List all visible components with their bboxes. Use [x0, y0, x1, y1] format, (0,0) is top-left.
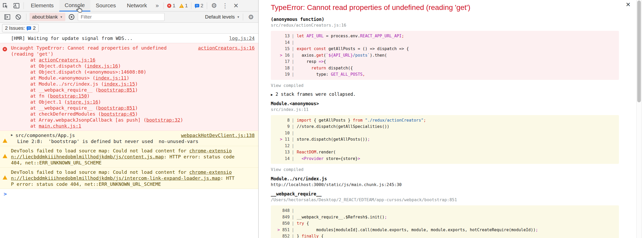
console-prompt[interactable]: >	[0, 189, 258, 199]
stack-frame-function: Module.<anonymous>	[271, 101, 619, 106]
issues-bubble-icon	[27, 26, 31, 30]
stack-frame-line: at fn (bootstrap:150)	[11, 93, 255, 99]
divider	[26, 14, 26, 20]
code-line: 13|ReactDOM.render(	[271, 149, 619, 156]
stack-source-link[interactable]: index.js:15	[104, 81, 135, 87]
stack-frame-location: src/redux/actionCreators.js:16	[271, 23, 619, 28]
line-number: 14	[271, 156, 290, 162]
stack-source-link[interactable]: bootstrap:45	[101, 111, 135, 117]
source-link[interactable]: log.js:24	[223, 35, 255, 41]
tab-console[interactable]: Console	[59, 0, 90, 11]
stack-source-link[interactable]: main.chunk.js:1	[39, 123, 81, 129]
issues-count-badge[interactable]: 2	[193, 3, 205, 9]
create-live-expression-icon[interactable]	[67, 12, 76, 22]
react-error-overlay: TypeError: Cannot read properties of und…	[259, 0, 644, 238]
error-icon: ✕	[3, 47, 7, 51]
stack-frame-line: at Module../src/index.js (index.js:15)	[11, 81, 255, 87]
stack-frame-function: __webpack_require__	[271, 191, 619, 197]
settings-gear-icon[interactable]: ⚙	[209, 0, 220, 11]
close-devtools-icon[interactable]: ✕	[231, 0, 242, 11]
chevron-down-icon: ▼	[237, 15, 240, 19]
stack-frame-function: Module../src/index.js	[271, 176, 619, 181]
console-messages: [HMR] Waiting for update signal from WDS…	[0, 34, 258, 199]
console-settings-gear-icon[interactable]: ⚙	[246, 12, 256, 22]
warning-count-badge[interactable]: 1	[177, 3, 190, 9]
code-line: 8|import { getAllPosts } from "./redux/a…	[271, 117, 619, 124]
code-line: 15|export const getAllPosts = () => disp…	[271, 46, 619, 52]
code-snippet: 13|let API_URL = process.env.REACT_APP_U…	[271, 31, 619, 80]
stack-frame-location: src/index.js:11	[271, 107, 619, 112]
line-number: 18	[271, 65, 290, 72]
collapsed-frames-note[interactable]: ▶ 2 stack frames were collapsed.	[271, 92, 619, 97]
clear-console-icon[interactable]	[14, 12, 23, 22]
code-line: 848|	[271, 207, 619, 214]
warning-source-link[interactable]: webpackHotDevClient.js:138	[175, 132, 255, 138]
warning-icon	[3, 148, 7, 158]
expand-triangle-icon[interactable]: ▶	[11, 132, 13, 138]
line-number: 13	[271, 33, 290, 39]
stack-source-link[interactable]: actionCreators.js:16	[39, 57, 96, 63]
javascript-context-selector[interactable]: about:blank ▼	[30, 13, 65, 21]
line-number: 9	[271, 123, 290, 130]
divider	[163, 2, 164, 9]
issues-button[interactable]: 2 Issues: 2	[2, 24, 39, 32]
kebab-menu-icon[interactable]: ⋮	[220, 0, 231, 11]
code-line: 852|} finally {	[271, 233, 619, 238]
stack-source-link[interactable]: index.js:16	[87, 63, 118, 69]
more-tabs-button[interactable]: »	[153, 2, 162, 9]
log-message: [HMR] Waiting for update signal from WDS…	[11, 35, 133, 41]
stack-frame-line: at Object.dispatch (<anonymous>:14608:80…	[11, 69, 255, 75]
line-number: > 851	[271, 227, 290, 233]
warning-icon	[3, 133, 7, 143]
code-snippet: 8|import { getAllPosts } from "./redux/a…	[271, 115, 619, 164]
sourcemap-warning-text: DevTools failed to load source map: Coul…	[11, 169, 235, 187]
code-line: 18| return dispatch({	[271, 65, 619, 72]
error-icon: ✕	[167, 4, 171, 8]
issues-count: 2	[33, 25, 36, 31]
overlay-close-icon[interactable]: ×	[626, 1, 630, 8]
stack-frame-line: at main.chunk.js:1	[11, 123, 255, 129]
stack-source-link[interactable]: bootstrap:851	[98, 105, 135, 111]
stack-frame-line: at Array.webpackJsonpCallback [as push] …	[11, 117, 255, 123]
code-line: 14| <Provider store={store}>	[271, 156, 619, 162]
line-number: 848	[271, 207, 290, 214]
stack-source-link[interactable]: bootstrap:150	[50, 93, 87, 99]
stack-source-link[interactable]: store.js:16	[67, 99, 98, 105]
filter-input[interactable]	[78, 13, 165, 21]
error-line-marker: >	[277, 228, 282, 232]
page-scrollbar-thumb[interactable]	[637, 1, 641, 102]
line-number: 8	[271, 117, 290, 124]
stack-source-link[interactable]: bootstrap:32	[146, 117, 180, 123]
console-warning-row: ▶ src/components/App.js webpackHotDevCli…	[0, 131, 258, 146]
divider	[243, 14, 243, 20]
tab-elements[interactable]: Elements	[25, 0, 59, 11]
error-count-badge[interactable]: ✕ 1	[165, 3, 177, 9]
view-compiled-link[interactable]: View compiled	[271, 167, 303, 172]
issues-bubble-icon	[195, 4, 199, 7]
code-line: 19| type: GET_ALL_POSTS,	[271, 71, 619, 78]
code-snippet: 848|849|__webpack_require__.$Refresh$.in…	[271, 205, 619, 238]
error-line-marker: >	[280, 137, 285, 142]
devtools-tabbar: Elements Console Sources Network » ✕ 1 1…	[0, 0, 258, 11]
view-compiled-link[interactable]: View compiled	[271, 83, 303, 88]
stack-frame-line: at Object.1 (store.js:16)	[11, 99, 255, 105]
stack-frame-line: at __webpack_require__ (bootstrap:851)	[11, 87, 255, 93]
tab-network[interactable]: Network	[121, 0, 153, 11]
stack-frame-location: http://localhost:3000/static/js/main.chu…	[271, 182, 619, 187]
stack-source-link[interactable]: index.js:11	[95, 75, 126, 81]
warning-icon	[3, 170, 7, 180]
line-number: > 11	[271, 136, 290, 143]
code-line: > 851| modules[moduleId].call(module.exp…	[271, 227, 619, 233]
log-levels-dropdown[interactable]: Default levels ▼	[205, 14, 240, 20]
sourcemap-warnings: DevTools failed to load source map: Coul…	[0, 146, 258, 189]
device-toolbar-icon[interactable]	[11, 0, 22, 11]
show-console-sidebar-icon[interactable]	[3, 12, 12, 22]
code-line: 10|	[271, 130, 619, 136]
error-source-link[interactable]: actionCreators.js:16	[192, 45, 255, 51]
line-number: 15	[271, 46, 290, 52]
inspect-element-icon[interactable]	[0, 0, 11, 11]
line-number: 849	[271, 214, 290, 221]
tab-sources[interactable]: Sources	[90, 0, 121, 11]
stack-source-link[interactable]: bootstrap:851	[98, 87, 135, 93]
devtools-panel: Elements Console Sources Network » ✕ 1 1…	[0, 0, 259, 238]
